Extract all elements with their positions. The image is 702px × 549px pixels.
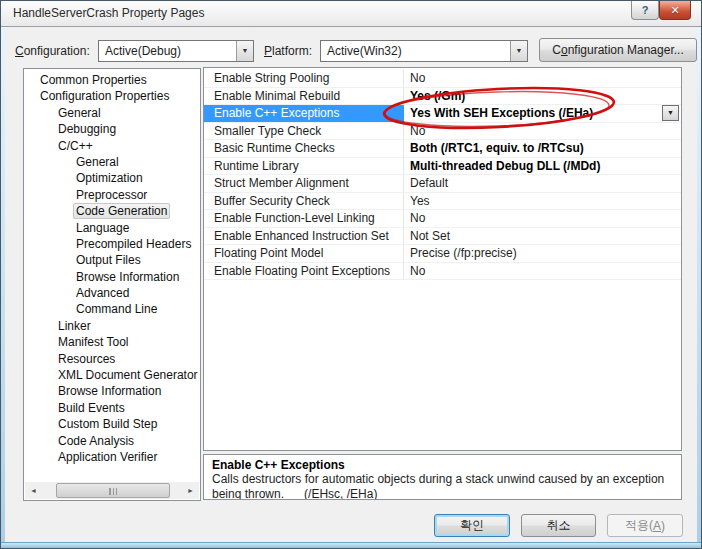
property-value[interactable]: Precise (/fp:precise) <box>404 245 681 262</box>
scroll-right-icon[interactable]: ► <box>182 482 199 499</box>
window-title: HandleServerCrash Property Pages <box>13 1 204 26</box>
value-dropdown-button[interactable]: ▼ <box>662 105 679 121</box>
tree-item[interactable]: Debugging <box>24 121 200 137</box>
property-name[interactable]: Runtime Library <box>204 158 404 175</box>
tree-item-label: General <box>58 106 101 120</box>
tree-item[interactable]: Application Verifier <box>24 449 200 465</box>
property-row[interactable]: Enable Floating Point ExceptionsNo <box>204 263 681 281</box>
property-name[interactable]: Enable Minimal Rebuild <box>204 88 404 105</box>
tree-item-label: Optimization <box>76 171 143 185</box>
tree-item-label: General <box>76 155 119 169</box>
property-row[interactable]: Enable String PoolingNo <box>204 70 681 88</box>
apply-button[interactable]: 적용(A) <box>607 514 683 537</box>
tree-item[interactable]: General <box>24 154 200 170</box>
tree-item[interactable]: XML Document Generator <box>24 367 200 383</box>
property-row[interactable]: Struct Member AlignmentDefault <box>204 175 681 193</box>
property-name[interactable]: Enable C++ Exceptions <box>204 105 404 122</box>
platform-dropdown-value: Active(Win32) <box>327 44 402 58</box>
tree-item[interactable]: Command Line <box>24 301 200 317</box>
tree-item[interactable]: Resources <box>24 351 200 367</box>
tree-item[interactable]: Optimization <box>24 170 200 186</box>
property-name[interactable]: Floating Point Model <box>204 245 404 262</box>
property-row[interactable]: Enable Function-Level LinkingNo <box>204 210 681 228</box>
close-button[interactable]: ✕ <box>659 1 691 20</box>
tree-item[interactable]: Linker <box>24 318 200 334</box>
window-frame-bottom <box>1 542 701 548</box>
tree-item-label: C/C++ <box>58 139 93 153</box>
property-value[interactable]: No <box>404 263 681 280</box>
tree-item-label: Application Verifier <box>58 450 157 464</box>
property-name[interactable]: Basic Runtime Checks <box>204 140 404 157</box>
property-name[interactable]: Enable Enhanced Instruction Set <box>204 228 404 245</box>
property-row[interactable]: Enable Minimal RebuildYes (/Gm) <box>204 88 681 106</box>
tree-item-label: Code Analysis <box>58 434 134 448</box>
cancel-button[interactable]: 취소 <box>521 514 596 537</box>
property-name[interactable]: Smaller Type Check <box>204 123 404 140</box>
tree-item-label: Advanced <box>76 286 129 300</box>
tree-item[interactable]: Language <box>24 220 200 236</box>
tree-item[interactable]: Manifest Tool <box>24 334 200 350</box>
tree-item[interactable]: Preprocessor <box>24 187 200 203</box>
tree-item[interactable]: Precompiled Headers <box>24 236 200 252</box>
platform-dropdown[interactable]: Active(Win32) ▼ <box>320 40 528 62</box>
property-name[interactable]: Struct Member Alignment <box>204 175 404 192</box>
property-value-text: Yes <box>410 194 430 208</box>
property-value-text: Default <box>410 176 448 190</box>
title-bar[interactable]: HandleServerCrash Property Pages ? ✕ <box>1 1 701 27</box>
scrollbar-grip <box>109 488 117 495</box>
tree-item-label: Debugging <box>58 122 116 136</box>
tree-item[interactable]: Browse Information <box>24 269 200 285</box>
property-value[interactable]: Multi-threaded Debug DLL (/MDd) <box>404 158 681 175</box>
property-value[interactable]: Yes With SEH Exceptions (/EHa)▼ <box>404 105 681 122</box>
tree-item-label: Common Properties <box>40 73 147 87</box>
description-body: Calls destructors for automatic objects … <box>212 472 673 500</box>
tree-item[interactable]: Build Events <box>24 400 200 416</box>
property-row[interactable]: Smaller Type CheckNo <box>204 123 681 141</box>
property-row[interactable]: Enable C++ ExceptionsYes With SEH Except… <box>204 105 681 123</box>
property-row[interactable]: Buffer Security CheckYes <box>204 193 681 211</box>
property-value[interactable]: No <box>404 70 681 87</box>
tree-item[interactable]: Browse Information <box>24 383 200 399</box>
property-name[interactable]: Buffer Security Check <box>204 193 404 210</box>
tree-item[interactable]: Output Files <box>24 252 200 268</box>
tree-panel-items: Common PropertiesConfiguration Propertie… <box>24 72 200 465</box>
property-value-text: No <box>410 71 425 85</box>
configuration-label: Configuration: <box>15 44 90 58</box>
property-value[interactable]: No <box>404 123 681 140</box>
property-row[interactable]: Runtime LibraryMulti-threaded Debug DLL … <box>204 158 681 176</box>
property-name[interactable]: Enable Function-Level Linking <box>204 210 404 227</box>
property-name[interactable]: Enable String Pooling <box>204 70 404 87</box>
chevron-down-icon[interactable]: ▼ <box>236 41 253 61</box>
tree-item[interactable]: C/C++ <box>24 138 200 154</box>
property-value-text: Not Set <box>410 229 450 243</box>
tree-item-label: Browse Information <box>58 384 161 398</box>
property-value[interactable]: Default <box>404 175 681 192</box>
property-value-text: No <box>410 124 425 138</box>
tree-item[interactable]: Common Properties <box>24 72 200 88</box>
property-value-text: Multi-threaded Debug DLL (/MDd) <box>410 159 600 173</box>
help-button[interactable]: ? <box>631 1 659 20</box>
scroll-left-icon[interactable]: ◄ <box>25 482 42 499</box>
property-row[interactable]: Enable Enhanced Instruction SetNot Set <box>204 228 681 246</box>
configuration-manager-button[interactable]: Configuration Manager... <box>539 38 697 62</box>
tree-horizontal-scrollbar[interactable]: ◄ ► <box>25 482 199 499</box>
tree-item[interactable]: Code Analysis <box>24 433 200 449</box>
chevron-down-icon[interactable]: ▼ <box>510 41 527 61</box>
tree-item-label: Preprocessor <box>76 188 147 202</box>
ok-button[interactable]: 확인 <box>434 514 510 537</box>
property-row[interactable]: Basic Runtime ChecksBoth (/RTC1, equiv. … <box>204 140 681 158</box>
property-value[interactable]: Both (/RTC1, equiv. to /RTCsu) <box>404 140 681 157</box>
property-row[interactable]: Floating Point ModelPrecise (/fp:precise… <box>204 245 681 263</box>
tree-item[interactable]: Advanced <box>24 285 200 301</box>
tree-item[interactable]: General <box>24 105 200 121</box>
tree-item[interactable]: Configuration Properties <box>24 88 200 104</box>
property-value[interactable]: Yes (/Gm) <box>404 88 681 105</box>
tree-item[interactable]: Code Generation <box>24 203 200 219</box>
tree-item[interactable]: Custom Build Step <box>24 416 200 432</box>
property-name[interactable]: Enable Floating Point Exceptions <box>204 263 404 280</box>
configuration-dropdown[interactable]: Active(Debug) ▼ <box>98 40 254 62</box>
property-value[interactable]: Yes <box>404 193 681 210</box>
property-value[interactable]: No <box>404 210 681 227</box>
scrollbar-thumb[interactable] <box>56 483 170 498</box>
property-value[interactable]: Not Set <box>404 228 681 245</box>
